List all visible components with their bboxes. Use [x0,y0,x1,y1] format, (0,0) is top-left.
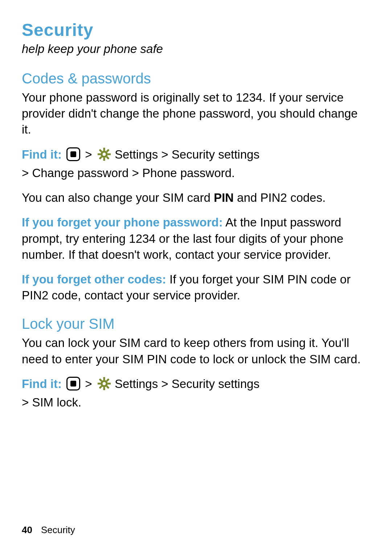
svg-rect-6 [108,153,111,155]
breadcrumb-sep: > [85,148,95,161]
findit-change-password: Find it: > [22,147,370,181]
footer-section-name: Security [41,524,75,535]
svg-rect-18 [108,383,111,384]
findit-path-text: > Change password > Phone password. [22,166,235,180]
findit-path-text: > SIM lock. [22,396,81,409]
section-heading-lock-sim: Lock your SIM [22,316,370,332]
svg-rect-4 [103,158,105,161]
body-text: and PIN2 codes. [234,191,326,204]
svg-rect-13 [70,381,76,387]
paragraph-pin-change: You can also change your SIM card PIN an… [22,190,370,206]
paragraph-forgot-phone: If you forget your phone password: At th… [22,214,370,263]
svg-point-11 [102,152,106,156]
forgot-other-label: If you forget other codes: [22,273,166,286]
svg-point-23 [102,382,106,385]
findit-label: Find it: [22,377,65,391]
findit-path-text: Settings > Security settings [115,377,260,391]
forgot-phone-label: If you forget your phone password: [22,216,223,229]
gear-icon [98,377,111,394]
findit-label: Find it: [22,148,62,161]
svg-rect-3 [103,148,105,151]
svg-rect-1 [70,151,76,157]
paragraph-lock-sim: You can lock your SIM card to keep other… [22,335,370,367]
svg-rect-16 [103,387,105,390]
paragraph-password-intro: Your phone password is originally set to… [22,90,370,138]
svg-rect-15 [103,377,105,380]
findit-sim-lock: Find it: > [22,376,370,410]
pin-bold: PIN [214,191,234,204]
findit-path-text: Settings > Security settings [115,148,260,161]
page-title: Security [22,20,370,40]
paragraph-forgot-other: If you forget other codes: If you forget… [22,271,370,303]
home-icon [66,147,80,165]
page-footer: 40Security [22,524,75,536]
section-heading-codes: Codes & passwords [22,70,370,87]
home-icon [66,377,80,394]
document-page: Security help keep your phone safe Codes… [0,0,392,556]
page-number: 40 [22,524,32,535]
svg-rect-5 [98,153,101,155]
svg-rect-17 [98,383,101,384]
page-subtitle: help keep your phone safe [22,42,370,56]
breadcrumb-sep: > [85,377,95,391]
body-text: You can also change your SIM card [22,191,214,204]
gear-icon [98,148,111,165]
